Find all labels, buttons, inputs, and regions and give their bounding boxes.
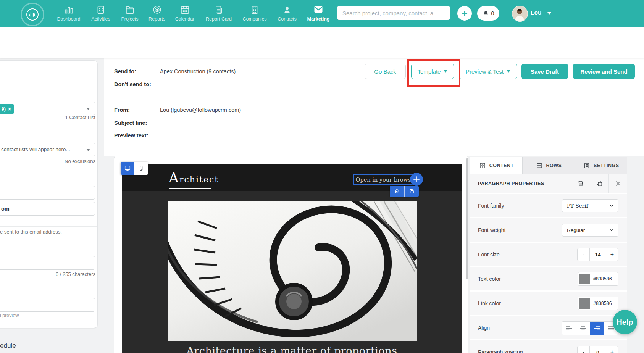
paragraph-spacing-increase-button[interactable]: +: [606, 346, 618, 353]
delete-block-button[interactable]: [571, 174, 590, 193]
nav-label: Marketing: [307, 16, 329, 22]
text-color-row: Text color #838586: [470, 267, 627, 290]
align-center-button[interactable]: [576, 322, 590, 335]
review-and-send-button[interactable]: Review and Send: [573, 64, 635, 79]
nav-item-marketing[interactable]: Marketing: [301, 3, 336, 25]
search-input[interactable]: [337, 6, 461, 20]
font-family-label: Font family: [478, 194, 504, 217]
font-size-increase-button[interactable]: +: [606, 248, 618, 261]
brand-initial: A: [169, 170, 179, 185]
font-family-select[interactable]: PT Serif: [562, 199, 618, 212]
font-family-value: PT Serif: [567, 203, 588, 209]
go-back-label: Go Back: [374, 68, 396, 75]
link-color-picker[interactable]: #838586: [578, 297, 618, 310]
delete-element-button[interactable]: [390, 186, 404, 197]
from-name-field[interactable]: [0, 186, 95, 200]
from-value: Lou (lgubevu@followupcrm.com): [160, 107, 241, 113]
link-color-row: Link color #838586: [470, 292, 627, 315]
paragraph-spacing-value: 0: [589, 346, 606, 353]
duplicate-element-button[interactable]: [404, 186, 419, 197]
brand-underline: [169, 188, 211, 189]
editor-toolbar: Go Back Template Preview & Test Save Dra…: [0, 27, 644, 58]
close-panel-button[interactable]: [608, 174, 627, 193]
no-exclusions-note: No exclusions: [38, 158, 95, 164]
desktop-view-button[interactable]: [121, 162, 134, 175]
template-button[interactable]: Template: [411, 64, 454, 79]
send-to-label: Send to:: [114, 68, 136, 74]
font-size-stepper: - 14 +: [577, 248, 618, 261]
marketing-email-editor-screen: Dashboard Activities Projects: [0, 0, 644, 353]
save-draft-button[interactable]: Save Draft: [521, 64, 568, 79]
global-search: [337, 6, 450, 20]
save-draft-label: Save Draft: [531, 68, 559, 75]
notification-count: 0: [491, 10, 494, 16]
go-back-button[interactable]: Go Back: [365, 64, 406, 79]
content-grid-icon: [479, 162, 486, 169]
contact-list-chip: 9) ✕: [0, 104, 14, 114]
email-header-block[interactable]: Architect Open in your brows: [122, 164, 462, 191]
subject-field[interactable]: [0, 256, 95, 270]
user-menu-caret-icon[interactable]: [547, 12, 551, 15]
tab-label: CONTENT: [489, 163, 514, 168]
reply-to-field[interactable]: [0, 202, 95, 216]
settings-doc-icon: [583, 162, 590, 169]
staircase-hero-image[interactable]: [168, 201, 417, 341]
exclusions-select[interactable]: contact lists will appear here...: [0, 143, 95, 156]
preview-text-field[interactable]: [0, 298, 95, 312]
dont-send-to-label: Don't send to:: [114, 81, 151, 87]
align-left-button[interactable]: [562, 322, 576, 335]
nav-item-calendar[interactable]: Calendar: [168, 3, 202, 25]
chevron-down-icon: [609, 203, 614, 208]
nav-label: Companies: [242, 16, 266, 22]
dashboard-icon: [64, 3, 74, 15]
schedule-heading: edule: [0, 342, 16, 350]
preview-text-note: l preview: [0, 313, 19, 318]
user-name[interactable]: Lou: [531, 9, 541, 16]
nav-item-dashboard[interactable]: Dashboard: [52, 3, 86, 25]
bell-icon: [483, 10, 489, 17]
editor-scrollbar[interactable]: [466, 158, 468, 279]
text-color-picker[interactable]: #838586: [578, 272, 618, 286]
open-in-browser-text[interactable]: Open in your brows: [353, 174, 413, 185]
brand-rest: rchitect: [179, 175, 219, 184]
font-size-decrease-button[interactable]: -: [578, 248, 589, 261]
text-color-label: Text color: [478, 267, 501, 290]
help-label: Help: [617, 318, 633, 327]
projects-icon: [125, 3, 135, 15]
app-logo[interactable]: [21, 3, 44, 26]
email-canvas[interactable]: Architect Open in your brows: [122, 164, 462, 353]
drag-move-handle[interactable]: [410, 173, 423, 186]
paragraph-spacing-decrease-button[interactable]: -: [578, 346, 589, 353]
align-right-button[interactable]: [590, 322, 604, 335]
font-size-label: Font size: [478, 243, 500, 266]
align-button-group: [562, 321, 618, 335]
duplicate-block-button[interactable]: [590, 174, 608, 193]
contact-list-select[interactable]: 9) ✕: [0, 102, 95, 115]
exclusions-placeholder: contact lists will appear here...: [1, 147, 70, 152]
chevron-down-icon: [609, 227, 614, 233]
tab-settings[interactable]: SETTINGS: [575, 157, 627, 174]
font-size-row: Font size - 14 +: [470, 243, 627, 266]
add-button[interactable]: +: [457, 6, 472, 21]
font-weight-select[interactable]: Regular: [562, 224, 618, 237]
paragraph-properties-header: PARAGRAPH PROPERTIES: [470, 174, 627, 193]
align-row: Align: [470, 316, 627, 339]
email-heading-text[interactable]: Architecture is a matter of proportions: [122, 345, 462, 353]
nav-item-companies[interactable]: Companies: [236, 3, 274, 25]
font-weight-row: Font weight Regular: [470, 218, 627, 242]
mobile-view-button[interactable]: [134, 162, 148, 175]
preview-test-label: Preview & Test: [466, 68, 504, 75]
tab-label: ROWS: [546, 163, 562, 168]
help-button[interactable]: Help: [613, 310, 637, 334]
nav-item-report-card[interactable]: Report Card: [200, 3, 238, 25]
notifications-button[interactable]: 0: [477, 6, 499, 21]
tab-rows[interactable]: ROWS: [522, 157, 575, 174]
preview-and-test-button[interactable]: Preview & Test: [459, 64, 517, 79]
nav-label: Dashboard: [57, 16, 80, 22]
subject-line-label: Subject line:: [114, 120, 147, 126]
chip-remove-icon[interactable]: ✕: [8, 106, 11, 112]
nav-item-contacts[interactable]: Contacts: [272, 3, 302, 25]
properties-panel: CONTENT ROWS SETTINGS PARA: [470, 157, 627, 353]
user-avatar[interactable]: [512, 6, 528, 22]
tab-content[interactable]: CONTENT: [470, 157, 522, 174]
